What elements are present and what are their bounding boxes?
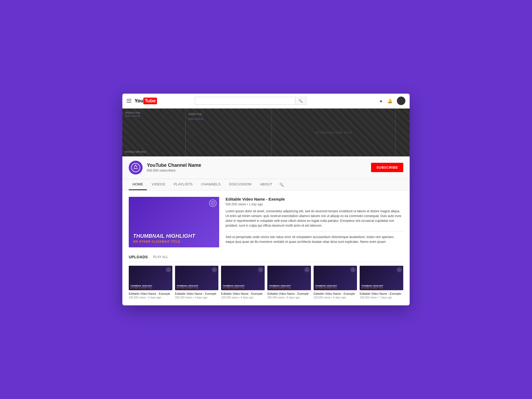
banner-safe-area: all devices safe area <box>272 109 395 156</box>
upload-thumb-title-2: THUMBNAIL HIGHLIGHT <box>223 285 244 287</box>
uploads-header: UPLOADS PLAY ALL <box>129 255 403 262</box>
upload-video-meta-0: 100.000 views • 2 days ago <box>129 296 172 299</box>
upload-thumb-subtitle-5: OR OTHER CLICKBAIT TITLE <box>361 287 383 289</box>
upload-video-name-2: Editable Video Name - Exemple <box>221 292 265 296</box>
upload-thumb-subtitle-3: OR OTHER CLICKBAIT TITLE <box>269 287 291 289</box>
upload-thumb-text-5: THUMBNAIL HIGHLIGHT OR OTHER CLICKBAIT T… <box>361 285 383 289</box>
upload-video-name-3: Editable Video Name - Exemple <box>267 292 311 296</box>
featured-video-desc2: Sed ut perspiciatis unde omnis iste natu… <box>226 235 403 244</box>
bell-icon[interactable]: 🔔 <box>387 98 393 103</box>
channel-name: YouTube Channel Name <box>147 163 371 168</box>
featured-thumbnail[interactable]: THUMBNAIL HIGHLIGHT OR OTHER CLICKBAIT T… <box>129 197 219 247</box>
logo-tube: Tube <box>143 98 157 104</box>
upload-video-meta-2: 100.000 views • 4 days ago <box>221 296 265 299</box>
featured-info: Editable Video Name - Exemple 500.000 vi… <box>226 197 403 247</box>
upload-thumb-4: THUMBNAIL HIGHLIGHT OR OTHER CLICKBAIT T… <box>314 266 357 290</box>
avatar[interactable] <box>397 97 405 105</box>
upload-thumb-icon-3 <box>305 267 309 272</box>
uploads-title: UPLOADS <box>129 255 148 259</box>
search-icon: 🔍 <box>298 99 303 103</box>
featured-video-title: Editable Video Name - Exemple <box>226 197 403 201</box>
upload-item-4[interactable]: THUMBNAIL HIGHLIGHT OR OTHER CLICKBAIT T… <box>314 266 357 299</box>
banner-desktop-crop: desktop crop 2560 x 423 px desktop safe … <box>122 109 186 156</box>
upload-thumb-title-0: THUMBNAIL HIGHLIGHT <box>130 285 152 287</box>
upload-thumb-icon-0 <box>166 267 171 272</box>
featured-thumb-channel-icon <box>209 200 217 207</box>
upload-item-1[interactable]: THUMBNAIL HIGHLIGHT OR OTHER CLICKBAIT T… <box>175 266 219 299</box>
upload-video-name-4: Editable Video Name - Exemple <box>314 292 357 296</box>
channel-content: THUMBNAIL HIGHLIGHT OR OTHER CLICKBAIT T… <box>122 190 410 305</box>
channel-banner: desktop crop 2560 x 423 px desktop safe … <box>122 109 410 156</box>
upload-item-0[interactable]: THUMBNAIL HIGHLIGHT OR OTHER CLICKBAIT T… <box>129 266 172 299</box>
channel-subscribers: 500.000 subscribers <box>147 169 371 172</box>
desktop-crop-label: desktop crop 2560 x 423 px <box>125 111 140 117</box>
upload-thumb-5: THUMBNAIL HIGHLIGHT OR OTHER CLICKBAIT T… <box>360 266 403 290</box>
featured-divider <box>226 231 403 231</box>
subscribe-button[interactable]: SUBSCRIBE <box>371 163 403 172</box>
upload-video-meta-5: 100.000 views • 7 days ago <box>360 296 403 299</box>
upload-thumb-subtitle-0: OR OTHER CLICKBAIT TITLE <box>130 287 152 289</box>
tab-videos[interactable]: VIDEOS <box>148 179 169 190</box>
play-all-button[interactable]: PLAY ALL <box>153 255 168 259</box>
channel-navigation: HOME VIDEOS PLAYLISTS CHANNELS DISCUSSIO… <box>122 179 410 190</box>
upload-thumb-2: THUMBNAIL HIGHLIGHT OR OTHER CLICKBAIT T… <box>221 266 265 290</box>
upload-thumb-1: THUMBNAIL HIGHLIGHT OR OTHER CLICKBAIT T… <box>175 266 219 290</box>
logo-you: You <box>135 98 143 104</box>
upload-item-5[interactable]: THUMBNAIL HIGHLIGHT OR OTHER CLICKBAIT T… <box>360 266 403 299</box>
upload-thumb-3: THUMBNAIL HIGHLIGHT OR OTHER CLICKBAIT T… <box>267 266 311 290</box>
upload-thumb-text-3: THUMBNAIL HIGHLIGHT OR OTHER CLICKBAIT T… <box>269 285 291 289</box>
upload-thumb-title-4: THUMBNAIL HIGHLIGHT <box>315 285 337 287</box>
uploads-grid: THUMBNAIL HIGHLIGHT OR OTHER CLICKBAIT T… <box>129 266 403 299</box>
featured-video-desc1: Lorem ipsum dolor sit amet, consectetur … <box>226 209 403 228</box>
featured-thumb-title: THUMBNAIL HIGHLIGHT <box>133 233 195 239</box>
header-right: ▲ 🔔 <box>379 97 405 105</box>
uploads-section: UPLOADS PLAY ALL THUMBNAIL HIGHLIGHT OR … <box>129 255 403 299</box>
desktop-safe-label: desktop safe area <box>125 149 146 154</box>
banner-guides: desktop crop 2560 x 423 px desktop safe … <box>122 109 410 156</box>
featured-video-meta: 500.000 views • 1 day ago <box>226 202 403 206</box>
tab-discussion[interactable]: DISCUSSION <box>225 179 255 190</box>
banner-mobile-crop: mobile crop 1546 x 423 px <box>186 109 272 156</box>
upload-video-meta-1: 200.000 views • 3 days ago <box>175 296 219 299</box>
upload-thumb-title-3: THUMBNAIL HIGHLIGHT <box>269 285 291 287</box>
tab-about[interactable]: ABOUT <box>256 179 276 190</box>
header-left: YouTube <box>127 98 157 104</box>
upload-thumb-title-5: THUMBNAIL HIGHLIGHT <box>361 285 383 287</box>
upload-video-name-1: Editable Video Name - Exemple <box>175 292 219 296</box>
upload-thumb-subtitle-4: OR OTHER CLICKBAIT TITLE <box>315 287 337 289</box>
upload-thumb-text-1: THUMBNAIL HIGHLIGHT OR OTHER CLICKBAIT T… <box>177 285 198 289</box>
featured-thumb-text: THUMBNAIL HIGHLIGHT OR OTHER CLICKBAIT T… <box>133 233 195 243</box>
browser-window: YouTube 🔍 ▲ 🔔 desktop crop 2560 x 423 px <box>122 94 410 305</box>
upload-thumb-text-2: THUMBNAIL HIGHLIGHT OR OTHER CLICKBAIT T… <box>223 285 244 289</box>
upload-thumb-text-4: THUMBNAIL HIGHLIGHT OR OTHER CLICKBAIT T… <box>315 285 337 289</box>
search-bar: 🔍 <box>195 97 306 105</box>
featured-section: THUMBNAIL HIGHLIGHT OR OTHER CLICKBAIT T… <box>129 197 403 247</box>
upload-item-2[interactable]: THUMBNAIL HIGHLIGHT OR OTHER CLICKBAIT T… <box>221 266 265 299</box>
upload-thumb-0: THUMBNAIL HIGHLIGHT OR OTHER CLICKBAIT T… <box>129 266 172 290</box>
upload-video-meta-3: 200.000 views • 5 days ago <box>267 296 311 299</box>
search-input[interactable] <box>195 97 295 105</box>
upload-icon[interactable]: ▲ <box>379 98 383 103</box>
youtube-logo: YouTube <box>135 98 157 104</box>
featured-thumb-subtitle: OR OTHER CLICKBAIT TITLE <box>133 240 195 243</box>
tab-home[interactable]: HOME <box>129 179 147 190</box>
upload-video-meta-4: 100.000 views • 6 days ago <box>314 296 357 299</box>
tab-channels[interactable]: CHANNELS <box>197 179 224 190</box>
channel-avatar <box>129 161 143 174</box>
upload-thumb-text-0: THUMBNAIL HIGHLIGHT OR OTHER CLICKBAIT T… <box>130 285 152 289</box>
upload-thumb-icon-5 <box>397 267 402 272</box>
upload-thumb-title-1: THUMBNAIL HIGHLIGHT <box>177 285 198 287</box>
search-button[interactable]: 🔍 <box>295 97 306 105</box>
upload-thumb-icon-2 <box>258 267 263 272</box>
mobile-crop-label: mobile crop 1546 x 423 px <box>188 111 203 121</box>
upload-thumb-subtitle-2: OR OTHER CLICKBAIT TITLE <box>223 287 244 289</box>
upload-video-name-0: Editable Video Name - Exemple <box>129 292 172 296</box>
channel-avatar-icon <box>131 163 140 172</box>
channel-meta: YouTube Channel Name 500.000 subscribers <box>147 163 371 172</box>
yt-header: YouTube 🔍 ▲ 🔔 <box>122 94 410 109</box>
hamburger-menu-icon[interactable] <box>127 99 131 103</box>
tab-playlists[interactable]: PLAYLISTS <box>170 179 196 190</box>
upload-item-3[interactable]: THUMBNAIL HIGHLIGHT OR OTHER CLICKBAIT T… <box>267 266 311 299</box>
nav-search-icon[interactable]: 🔍 <box>277 179 286 190</box>
upload-video-name-5: Editable Video Name - Exemple <box>360 292 403 296</box>
